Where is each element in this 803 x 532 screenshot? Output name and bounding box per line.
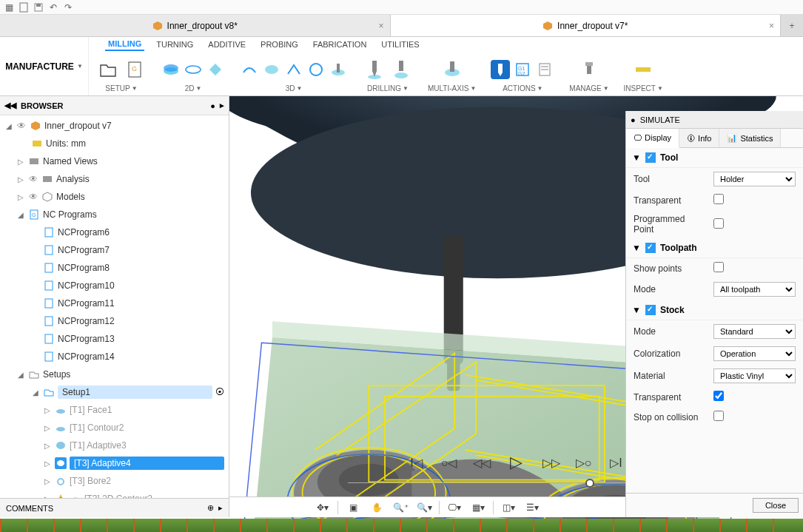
- tree-root[interactable]: ◢👁Inner_dropout v7: [0, 117, 229, 135]
- 3d-icon[interactable]: [240, 60, 259, 79]
- viewport-icon[interactable]: ◫▾: [500, 499, 517, 516]
- comments-add-icon[interactable]: ⊕: [207, 503, 214, 513]
- tree-named-views[interactable]: ▷Named Views: [0, 152, 229, 170]
- tree-program[interactable]: NCProgram6: [0, 223, 229, 241]
- sim-tab-info[interactable]: 🛈Info: [679, 129, 719, 147]
- orbit-icon[interactable]: ✥▾: [314, 499, 332, 516]
- display-settings-icon[interactable]: 🖵▾: [446, 499, 463, 516]
- ribbon-tab-additive[interactable]: ADDITIVE: [205, 38, 249, 50]
- measure-icon[interactable]: [631, 58, 655, 81]
- tree-op[interactable]: ▷[T1] Adaptive3: [0, 437, 229, 454]
- tree-op-selected[interactable]: ▷[T3] Adaptive4: [0, 454, 229, 472]
- sim-tab-display[interactable]: 🖵Display: [626, 129, 679, 148]
- tree-program[interactable]: NCProgram7: [0, 241, 229, 259]
- stock-mode-select[interactable]: Standard: [713, 324, 796, 339]
- zoom-icon[interactable]: 🔍⁺: [392, 499, 409, 516]
- folder-icon[interactable]: [96, 58, 120, 81]
- stop-collision-checkbox[interactable]: [713, 411, 724, 421]
- undo-icon[interactable]: ↶: [47, 1, 59, 13]
- show-points-checkbox[interactable]: [713, 262, 724, 272]
- material-select[interactable]: Plastic Vinyl: [713, 368, 796, 383]
- tool-enable-checkbox[interactable]: [645, 152, 656, 163]
- comments-expand-icon[interactable]: ▸: [218, 503, 223, 513]
- 2d-icon[interactable]: [161, 60, 181, 79]
- tool-library-icon[interactable]: [577, 58, 601, 81]
- tree-analysis[interactable]: ▷👁Analysis: [0, 170, 229, 188]
- 2d-icon[interactable]: [206, 60, 225, 79]
- ribbon-tab-utilities[interactable]: UTILITIES: [378, 38, 422, 50]
- 2d-icon[interactable]: [184, 60, 203, 79]
- browser-expand-icon[interactable]: ▸: [220, 101, 224, 110]
- colorization-select[interactable]: Operation: [713, 346, 796, 361]
- file-tab[interactable]: Inner_dropout v7* ×: [391, 15, 782, 36]
- tree-program[interactable]: NCProgram14: [0, 348, 229, 366]
- section-tool[interactable]: ▼Tool: [626, 148, 803, 168]
- toolpath-mode-select[interactable]: All toolpath: [713, 282, 796, 297]
- browser-settings-icon[interactable]: ●: [210, 101, 215, 110]
- multiaxis-icon[interactable]: [440, 58, 464, 81]
- grid-icon[interactable]: ▦▾: [469, 499, 487, 516]
- skip-start-button[interactable]: I◁: [406, 451, 428, 474]
- close-button[interactable]: Close: [753, 498, 799, 513]
- tree-units[interactable]: Units: mm: [0, 135, 229, 152]
- stock-enable-checkbox[interactable]: [645, 305, 656, 315]
- tree-program[interactable]: NCProgram10: [0, 277, 229, 294]
- step-fwd-button[interactable]: ▷▷: [540, 451, 562, 474]
- collapse-icon[interactable]: ◀◀: [4, 101, 16, 110]
- sim-tab-statistics[interactable]: 📊Statistics: [719, 129, 781, 147]
- toolpath-enable-checkbox[interactable]: [645, 243, 656, 253]
- setup-sheet-icon[interactable]: [535, 60, 554, 79]
- 3d-icon[interactable]: [306, 60, 326, 79]
- redo-icon[interactable]: ↷: [62, 1, 74, 13]
- tree-op[interactable]: ▷[T3] Bore2: [0, 472, 229, 490]
- workspace-switcher[interactable]: MANUFACTURE▼: [0, 37, 89, 95]
- sheet-icon[interactable]: G: [123, 58, 147, 81]
- drill-icon[interactable]: [363, 58, 386, 81]
- comments-bar[interactable]: COMMENTS ⊕ ▸: [0, 498, 229, 517]
- tree-setup1[interactable]: ◢Setup1⦿: [0, 383, 229, 401]
- 3d-icon[interactable]: [329, 60, 348, 79]
- 3d-icon[interactable]: [262, 60, 281, 79]
- file-tab[interactable]: Inner_dropout v8* ×: [0, 15, 391, 36]
- skip-end-button[interactable]: ▷I: [605, 451, 628, 474]
- tree-program[interactable]: NCProgram12: [0, 312, 229, 330]
- look-at-icon[interactable]: ▣: [344, 499, 362, 516]
- tree-setups[interactable]: ◢Setups: [0, 366, 229, 383]
- tool-transparent-checkbox[interactable]: [713, 194, 724, 204]
- pan-icon[interactable]: ✋: [368, 499, 386, 516]
- ribbon-tab-fabrication[interactable]: FABRICATION: [310, 38, 370, 50]
- tool-select[interactable]: Holder: [713, 172, 796, 186]
- timeline[interactable]: [0, 519, 803, 532]
- file-icon[interactable]: [18, 1, 30, 13]
- drill-icon[interactable]: [389, 58, 413, 81]
- apps-icon[interactable]: ▦: [3, 1, 15, 13]
- add-tab-button[interactable]: +: [781, 15, 803, 36]
- tree-op[interactable]: ▷[T1] Contour2: [0, 419, 229, 437]
- tree-nc-programs[interactable]: ◢GNC Programs: [0, 206, 229, 223]
- play-button[interactable]: ▷: [503, 449, 530, 476]
- tree-program[interactable]: NCProgram11: [0, 294, 229, 312]
- ribbon-tab-probing[interactable]: PROBING: [258, 38, 301, 50]
- step-fwd-op-button[interactable]: ▷○: [573, 451, 595, 474]
- close-icon[interactable]: ×: [769, 21, 774, 31]
- tree-op[interactable]: ▷[T1] Face1: [0, 401, 229, 419]
- section-toolpath[interactable]: ▼Toolpath: [626, 238, 803, 258]
- tree-program[interactable]: NCProgram8: [0, 259, 229, 277]
- tree-program[interactable]: NCProgram13: [0, 330, 229, 348]
- step-back-button[interactable]: ◁◁: [471, 451, 493, 474]
- programmed-point-checkbox[interactable]: [713, 218, 724, 229]
- simulate-icon[interactable]: [491, 60, 510, 79]
- layout-icon[interactable]: ☰▾: [523, 499, 541, 516]
- fit-icon[interactable]: 🔍▾: [415, 499, 433, 516]
- step-back-op-button[interactable]: ○◁: [438, 451, 460, 474]
- section-stock[interactable]: ▼Stock: [626, 300, 803, 320]
- postprocess-icon[interactable]: G1G2: [513, 60, 532, 79]
- save-icon[interactable]: [33, 1, 44, 13]
- close-icon[interactable]: ×: [378, 21, 383, 31]
- ribbon-tab-milling[interactable]: MILLING: [105, 38, 144, 51]
- tree-models[interactable]: ▷👁Models: [0, 188, 229, 206]
- 3d-icon[interactable]: [284, 60, 303, 79]
- stock-transparent-checkbox[interactable]: [713, 391, 724, 401]
- ribbon-tab-turning[interactable]: TURNING: [153, 38, 196, 50]
- scrubber-handle[interactable]: [585, 479, 594, 488]
